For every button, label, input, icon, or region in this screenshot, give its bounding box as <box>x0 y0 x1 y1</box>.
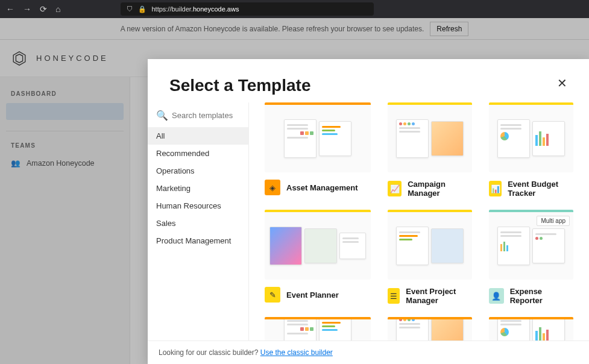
sidebar-teams-label: TEAMS <box>6 142 124 149</box>
template-card[interactable] <box>265 317 371 340</box>
sidebar-divider <box>6 131 124 131</box>
shield-icon: ⛉ <box>127 5 133 13</box>
card-preview <box>265 319 371 340</box>
template-icon: ✎ <box>265 287 280 303</box>
team-item[interactable]: 👥 Amazon Honeycode <box>6 155 124 171</box>
brand-name: HONEYCODE <box>36 54 109 63</box>
modal-title: Select a Template <box>169 76 310 95</box>
card-preview: Multi app <box>489 212 573 280</box>
category-item[interactable]: All <box>148 127 248 145</box>
sidebar-dashboard-label: DASHBOARD <box>6 90 124 97</box>
home-icon[interactable]: ⌂ <box>55 4 60 14</box>
template-icon: 📊 <box>489 181 502 196</box>
card-preview <box>388 319 472 340</box>
card-preview <box>489 105 573 172</box>
template-card[interactable]: ✎ Event Planner <box>265 210 371 305</box>
template-card[interactable] <box>489 317 573 340</box>
template-card[interactable]: 📈 Campaign Manager <box>388 102 472 198</box>
template-title: Expense Reporter <box>510 287 573 305</box>
template-card[interactable] <box>388 317 472 340</box>
template-title: Event Planner <box>286 290 339 300</box>
modal-footer: Looking for our classic builder? Use the… <box>148 340 589 364</box>
templates-panel: ◈ Asset Management 📈 Campaign Manager 📊 … <box>249 102 589 340</box>
category-item[interactable]: Marketing <box>148 180 248 197</box>
template-card[interactable]: 📊 Event Budget Tracker <box>489 102 573 198</box>
forward-icon[interactable]: → <box>23 4 31 14</box>
lock-icon: 🔒 <box>138 5 146 13</box>
url-bar[interactable]: ⛉ 🔒 https://builder.honeycode.aws <box>121 2 374 16</box>
template-icon: 👤 <box>489 288 504 304</box>
card-preview <box>265 105 371 172</box>
search-icon: 🔍 <box>156 110 168 121</box>
browser-chrome: ← → ⟳ ⌂ ⛉ 🔒 https://builder.honeycode.aw… <box>0 0 589 18</box>
classic-builder-link[interactable]: Use the classic builder <box>260 348 333 357</box>
svg-marker-0 <box>13 51 25 64</box>
template-title: Asset Management <box>286 183 357 192</box>
template-card[interactable]: Multi app 👤 Expense Reporter <box>489 210 573 305</box>
category-item[interactable]: Human Resources <box>148 197 248 215</box>
close-icon[interactable]: ✕ <box>557 76 567 90</box>
team-name: Amazon Honeycode <box>27 159 95 168</box>
modal-sidebar: 🔍 AllRecommendedOperationsMarketingHuman… <box>148 102 249 340</box>
team-icon: 👥 <box>11 158 20 168</box>
app-sidebar: DASHBOARD TEAMS 👥 Amazon Honeycode <box>0 77 130 364</box>
url-text: https://builder.honeycode.aws <box>151 5 239 13</box>
template-icon: 📈 <box>388 181 402 196</box>
multi-app-badge: Multi app <box>537 216 570 226</box>
template-icon: ◈ <box>265 180 280 195</box>
footer-text: Looking for our classic builder? <box>159 348 260 357</box>
card-preview <box>489 319 573 340</box>
category-item[interactable]: Operations <box>148 162 248 180</box>
search-input[interactable] <box>172 111 240 120</box>
sidebar-dashboard-item[interactable] <box>6 103 124 120</box>
notification-bar: A new version of Amazon Honeycode is ava… <box>0 18 589 40</box>
template-card[interactable]: ◈ Asset Management <box>265 102 371 198</box>
template-title: Campaign Manager <box>408 180 472 198</box>
category-item[interactable]: Recommended <box>148 145 248 162</box>
honeycode-logo-icon <box>11 50 28 67</box>
category-item[interactable]: Sales <box>148 215 248 232</box>
card-preview <box>265 212 371 280</box>
category-item[interactable]: Product Management <box>148 232 248 249</box>
svg-marker-1 <box>16 54 22 63</box>
template-card[interactable]: ☰ Event Project Manager <box>388 210 472 305</box>
template-title: Event Budget Tracker <box>508 180 573 198</box>
reload-icon[interactable]: ⟳ <box>40 4 47 14</box>
notification-text: A new version of Amazon Honeycode is ava… <box>121 25 424 33</box>
card-preview <box>388 105 472 172</box>
refresh-button[interactable]: Refresh <box>430 22 468 36</box>
template-icon: ☰ <box>388 288 400 304</box>
card-preview <box>388 212 472 280</box>
template-title: Event Project Manager <box>406 287 472 305</box>
back-icon[interactable]: ← <box>6 4 14 14</box>
template-modal: Select a Template ✕ 🔍 AllRecommendedOper… <box>148 59 589 364</box>
